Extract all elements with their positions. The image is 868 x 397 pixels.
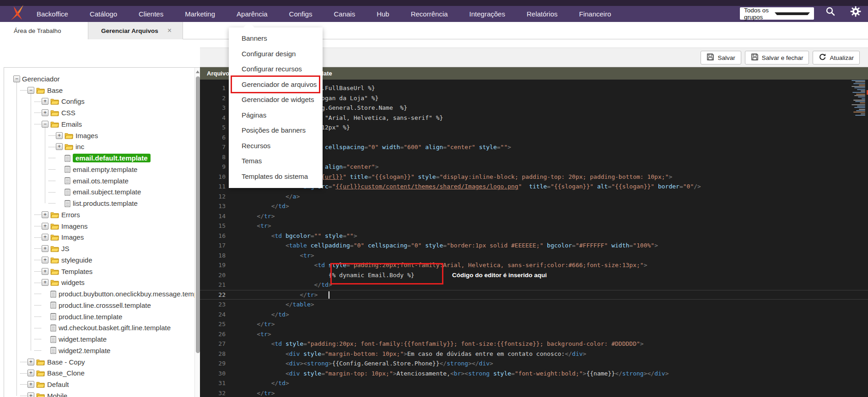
tree-expander-minus-icon[interactable]: − — [27, 87, 34, 94]
nav-item-marketing[interactable]: Marketing — [185, 10, 215, 18]
tree-item-inc[interactable]: +inc — [4, 141, 193, 153]
code-line-26[interactable]: 26 <tr> — [200, 329, 868, 339]
tree-item-imagens[interactable]: +Imagens — [4, 220, 193, 232]
code-line-14[interactable]: 14 </tr> — [200, 211, 868, 221]
tree-expander-plus-icon[interactable]: + — [42, 211, 49, 218]
nav-item-canais[interactable]: Canais — [334, 10, 355, 18]
code-line-18[interactable]: 18 <tr> — [200, 251, 868, 261]
nav-item-configs[interactable]: Configs — [289, 10, 313, 18]
tab-gerenciar-arquivos[interactable]: Gerenciar Arquivos × — [88, 22, 183, 39]
tree-item-widgets[interactable]: +widgets — [4, 277, 193, 289]
tree-item-default[interactable]: +Default — [4, 379, 193, 390]
code-line-28[interactable]: 28 <div style="margin-bottom: 10px;">Em … — [200, 349, 868, 359]
code-line-17[interactable]: 17 <table cellpadding="0" cellspacing="0… — [200, 241, 868, 251]
tree-item-base---copy[interactable]: +Base - Copy — [4, 356, 193, 368]
menu-item-gerenciador-de-arquivos[interactable]: Gerenciador de arquivos — [229, 77, 323, 92]
tree-expander-plus-icon[interactable]: + — [42, 98, 49, 105]
search-icon[interactable] — [825, 6, 836, 19]
nav-item-apar-ncia[interactable]: Aparência — [237, 10, 268, 18]
code-line-23[interactable]: 23 </table> — [200, 300, 868, 310]
close-icon[interactable]: × — [167, 27, 172, 35]
code-line-31[interactable]: 31 </td> — [200, 378, 868, 388]
code-line-12[interactable]: 12 </a> — [200, 192, 868, 202]
tree-item-js[interactable]: +JS — [4, 243, 193, 254]
tab-area-de-trabalho[interactable]: Área de Trabalho — [0, 22, 88, 39]
menu-item-configurar-design[interactable]: Configurar design — [229, 46, 323, 62]
salvar-button[interactable]: Salvar — [701, 51, 741, 64]
tree-file-widget2.template[interactable]: widget2.template — [4, 345, 193, 356]
tree-expander-plus-icon[interactable]: + — [27, 370, 34, 376]
tree-file-list.products.template[interactable]: list.products.template — [4, 198, 193, 209]
brand-logo-icon[interactable] — [8, 3, 27, 23]
menu-item-templates-do-sistema[interactable]: Templates do sistema — [229, 169, 323, 184]
tree-file-product.line.template[interactable]: product.line.template — [4, 311, 193, 322]
code-line-16[interactable]: 16 <td bgcolor="" style=""> — [200, 231, 868, 241]
tree-item-base[interactable]: −Base — [4, 85, 193, 96]
tree-expander-plus-icon[interactable]: + — [42, 268, 49, 275]
scroll-up-icon[interactable] — [196, 70, 199, 73]
group-filter-select[interactable]: Todos os grupos — [740, 7, 814, 20]
tree-item-base_clone[interactable]: +Base_Clone — [4, 368, 193, 379]
editor-minimap[interactable] — [850, 80, 866, 116]
tree-expander-plus-icon[interactable]: + — [27, 359, 34, 365]
gear-icon[interactable] — [850, 5, 862, 19]
nav-item-financeiro[interactable]: Financeiro — [579, 10, 611, 18]
code-line-29[interactable]: 29 <div><strong>{{Config.General.Store.P… — [200, 359, 868, 369]
tree-file-widget.template[interactable]: widget.template — [4, 333, 193, 345]
scrollbar-thumb[interactable] — [196, 76, 200, 353]
menu-item-p-ginas[interactable]: Páginas — [229, 107, 323, 123]
tree-expander-plus-icon[interactable]: + — [42, 279, 49, 286]
tree-expander-plus-icon[interactable]: + — [42, 257, 49, 263]
tree-item-styleguide[interactable]: +styleguide — [4, 254, 193, 266]
tree-item-mobile[interactable]: +Mobile — [4, 390, 193, 397]
nav-item-cat-logo[interactable]: Catálogo — [90, 10, 117, 18]
tree-expander-plus-icon[interactable]: + — [56, 132, 63, 139]
tree-file-email.subject.template[interactable]: email.subject.template — [4, 187, 193, 198]
nav-item-recorr-ncia[interactable]: Recorrência — [411, 10, 448, 18]
tree-item-images[interactable]: +Images — [4, 130, 193, 141]
tree-file-wd.checkout.basket.gift.line.template[interactable]: wd.checkout.basket.gift.line.template — [4, 322, 193, 334]
menu-item-recursos[interactable]: Recursos — [229, 138, 323, 154]
menu-item-temas[interactable]: Temas — [229, 153, 323, 169]
tree-expander-plus-icon[interactable]: + — [42, 234, 49, 241]
tree-expander-plus-icon[interactable]: + — [42, 109, 49, 116]
nav-item-hub[interactable]: Hub — [377, 10, 389, 18]
code-line-15[interactable]: 15 <tr> — [200, 221, 868, 231]
nav-item-backoffice[interactable]: Backoffice — [37, 10, 68, 18]
nav-item-clientes[interactable]: Clientes — [139, 10, 163, 18]
atualizar-button[interactable]: Atualizar — [813, 51, 860, 64]
tree-file-email.ots.template[interactable]: email.ots.template — [4, 175, 193, 187]
tree-item-errors[interactable]: +Errors — [4, 209, 193, 220]
tree-file-email.default.template[interactable]: email.default.template — [4, 152, 193, 164]
tree-item-images[interactable]: +Images — [4, 232, 193, 243]
code-line-21[interactable]: 21 </td> — [200, 280, 868, 290]
menu-item-posi-es-de-banners[interactable]: Posições de banners — [229, 123, 323, 138]
tree-file-product.line.crosssell.template[interactable]: product.line.crosssell.template — [4, 300, 193, 311]
code-line-22[interactable]: 22 </tr> — [200, 290, 868, 300]
menu-item-gerenciador-de-widgets[interactable]: Gerenciador de widgets — [229, 92, 323, 107]
code-line-19[interactable]: 19 <td style="padding:20px;font-family:A… — [200, 260, 868, 270]
tree-expander-plus-icon[interactable]: + — [27, 381, 34, 388]
tree-expander-plus-icon[interactable]: + — [42, 223, 49, 230]
tree-scrollbar[interactable] — [194, 68, 200, 397]
tree-expander-minus-icon[interactable]: − — [13, 75, 20, 82]
tree-expander-plus-icon[interactable]: + — [42, 245, 49, 252]
code-line-13[interactable]: 13 </td> — [200, 201, 868, 211]
nav-item-integra-es[interactable]: Integrações — [469, 10, 505, 18]
tree-file-product.buybutton.oneclickbuy.message.template[interactable]: product.buybutton.oneclickbuy.message.te… — [4, 288, 193, 300]
code-line-25[interactable]: 25 </tr> — [200, 319, 868, 329]
tree-expander-plus-icon[interactable]: + — [27, 392, 34, 397]
code-line-27[interactable]: 27 <td style="padding:20px; font-family:… — [200, 339, 868, 349]
code-line-24[interactable]: 24 </td> — [200, 310, 868, 320]
tree-item-emails[interactable]: −Emails — [4, 118, 193, 130]
tree-item-configs[interactable]: +Configs — [4, 96, 193, 107]
salvar-e-fechar-button[interactable]: Salvar e fechar — [745, 51, 809, 64]
tree-item-gerenciador[interactable]: −Gerenciador — [4, 73, 193, 85]
tree-item-css[interactable]: +CSS — [4, 107, 193, 118]
code-line-30[interactable]: 30 <div style="margin-top: 10px;">Atenci… — [200, 369, 868, 379]
nav-item-relat-rios[interactable]: Relatórios — [527, 10, 558, 18]
menu-item-configurar-recursos[interactable]: Configurar recursos — [229, 61, 323, 77]
tree-item-templates[interactable]: +Templates — [4, 266, 193, 277]
tree-expander-plus-icon[interactable]: + — [56, 143, 63, 150]
tree-file-email.empty.template[interactable]: email.empty.template — [4, 164, 193, 175]
